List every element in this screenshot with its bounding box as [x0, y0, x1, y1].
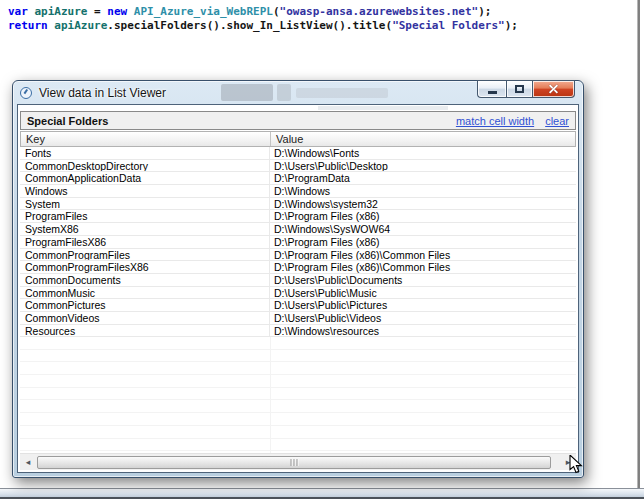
table-row[interactable]: ResourcesD:\Windows\resources — [20, 325, 576, 338]
close-icon — [547, 84, 560, 95]
code-line: var apiAzure = new API_Azure_via_WebREPL… — [8, 5, 518, 19]
table-row[interactable]: CommonApplicationDataD:\ProgramData — [20, 172, 576, 185]
table-row[interactable]: CommonDocumentsD:\Users\Public\Documents — [20, 274, 576, 287]
table-row[interactable]: CommonMusicD:\Users\Public\Music — [20, 287, 576, 300]
column-header-value[interactable]: Value — [271, 132, 575, 146]
scroll-left-arrow[interactable]: ◂ — [20, 454, 36, 470]
row-key-cell: CommonPictures — [20, 299, 270, 311]
column-header-key[interactable]: Key — [21, 132, 271, 146]
row-value-cell: D:\Users\Public\Music — [270, 287, 576, 299]
table-row[interactable]: CommonVideosD:\Users\Public\Videos — [20, 312, 576, 325]
table-row[interactable]: WindowsD:\Windows — [20, 185, 576, 198]
row-key-cell: CommonApplicationData — [20, 172, 270, 184]
row-key-cell: Windows — [20, 185, 270, 197]
row-key-cell: SystemX86 — [20, 223, 270, 235]
table-row[interactable]: SystemD:\Windows\system32 — [20, 198, 576, 211]
table-row[interactable]: SystemX86D:\Windows\SysWOW64 — [20, 223, 576, 236]
table-row[interactable]: CommonDesktopDirectoryD:\Users\Public\De… — [20, 160, 576, 173]
row-key-cell: CommonDesktopDirectory — [20, 160, 270, 172]
scrollbar-grip-icon — [291, 459, 298, 466]
table-row[interactable]: CommonProgramFilesD:\Program Files (x86)… — [20, 249, 576, 262]
dialog-system-icon[interactable] — [20, 87, 32, 99]
code-line: return apiAzure.specialFolders().show_In… — [8, 19, 518, 33]
code-token-keyword: var — [8, 5, 35, 18]
row-value-cell: D:\Windows\SysWOW64 — [270, 223, 576, 235]
row-value-cell: D:\Windows\system32 — [270, 198, 576, 210]
column-divider-line — [270, 337, 271, 454]
code-token-plain: .specialFolders().show_In_ListView().tit… — [107, 19, 392, 32]
scrollbar-thumb[interactable] — [37, 456, 551, 469]
glass-reflection — [318, 106, 448, 110]
list-viewer-dialog: View data in List Viewer Special Folders… — [12, 80, 584, 478]
row-key-cell: CommonProgramFiles — [20, 249, 270, 261]
row-value-cell: D:\Users\Public\Pictures — [270, 299, 576, 311]
column-header-row: Key Value — [20, 131, 576, 147]
panel-title: Special Folders — [27, 115, 108, 127]
list-view-rows: FontsD:\Windows\FontsCommonDesktopDirect… — [20, 147, 576, 337]
row-value-cell: D:\Users\Public\Desktop — [270, 160, 576, 172]
code-token-identifier: apiAzure — [54, 19, 107, 32]
row-key-cell: System — [20, 198, 270, 210]
table-row[interactable]: FontsD:\Windows\Fonts — [20, 147, 576, 160]
code-token-keyword: return — [8, 19, 54, 32]
row-value-cell: D:\Program Files (x86) — [270, 210, 576, 222]
row-value-cell: D:\Users\Public\Documents — [270, 274, 576, 286]
maximize-button[interactable] — [506, 80, 533, 98]
row-value-cell: D:\Windows\Fonts — [270, 147, 576, 159]
code-token-string: "Special Folders" — [392, 19, 505, 32]
panel-header: Special Folders match cell widthclear — [20, 111, 576, 130]
glass-reflection — [221, 84, 273, 101]
glass-reflection — [296, 88, 388, 98]
row-key-cell: Resources — [20, 325, 270, 337]
minimize-icon — [488, 91, 497, 94]
maximize-icon — [515, 85, 524, 93]
background-window-right-edge — [637, 0, 640, 490]
row-value-cell: D:\Program Files (x86) — [270, 236, 576, 248]
row-key-cell: ProgramFilesX86 — [20, 236, 270, 248]
dialog-titlebar[interactable]: View data in List Viewer — [13, 81, 583, 104]
row-value-cell: D:\Program Files (x86)\Common Files — [270, 261, 576, 273]
mouse-cursor-icon — [569, 455, 585, 480]
horizontal-scrollbar[interactable]: ◂ ▸ — [20, 453, 576, 470]
table-row[interactable]: CommonPicturesD:\Users\Public\Pictures — [20, 299, 576, 312]
dialog-client-area: Special Folders match cell widthclear Ke… — [17, 104, 579, 473]
row-value-cell: D:\Users\Public\Videos — [270, 312, 576, 324]
code-token-keyword: new — [107, 5, 134, 18]
match-cell-width-link[interactable]: match cell width — [456, 115, 534, 127]
clear-link[interactable]: clear — [545, 115, 569, 127]
code-editor-snippet[interactable]: var apiAzure = new API_Azure_via_WebREPL… — [8, 5, 518, 33]
window-controls — [477, 80, 575, 98]
list-view-empty-area — [20, 337, 576, 454]
row-key-cell: CommonMusic — [20, 287, 270, 299]
minimize-button[interactable] — [477, 80, 506, 98]
row-key-cell: CommonDocuments — [20, 274, 270, 286]
code-token-plain: = — [87, 5, 107, 18]
table-row[interactable]: ProgramFilesX86D:\Program Files (x86) — [20, 236, 576, 249]
glass-reflection — [277, 84, 291, 101]
code-token-plain: ); — [478, 5, 491, 18]
table-row[interactable]: ProgramFilesD:\Program Files (x86) — [20, 210, 576, 223]
row-key-cell: Fonts — [20, 147, 270, 159]
code-token-plain: ); — [505, 19, 518, 32]
close-button[interactable] — [533, 80, 575, 98]
table-row[interactable]: CommonProgramFilesX86D:\Program Files (x… — [20, 261, 576, 274]
code-token-type: API_Azure_via_WebREPL — [134, 5, 273, 18]
row-key-cell: ProgramFiles — [20, 210, 270, 222]
row-key-cell: CommonProgramFilesX86 — [20, 261, 270, 273]
background-window-bottom-edge — [0, 488, 644, 499]
row-value-cell: D:\Program Files (x86)\Common Files — [270, 249, 576, 261]
code-token-plain: ( — [273, 5, 280, 18]
dialog-title: View data in List Viewer — [39, 86, 166, 100]
row-value-cell: D:\Windows\resources — [270, 325, 576, 337]
row-value-cell: D:\ProgramData — [270, 172, 576, 184]
code-token-identifier: apiAzure — [35, 5, 88, 18]
row-value-cell: D:\Windows — [270, 185, 576, 197]
row-key-cell: CommonVideos — [20, 312, 270, 324]
code-token-string: "owasp-ansa.azurewebsites.net" — [280, 5, 479, 18]
panel-links: match cell widthclear — [456, 115, 569, 127]
